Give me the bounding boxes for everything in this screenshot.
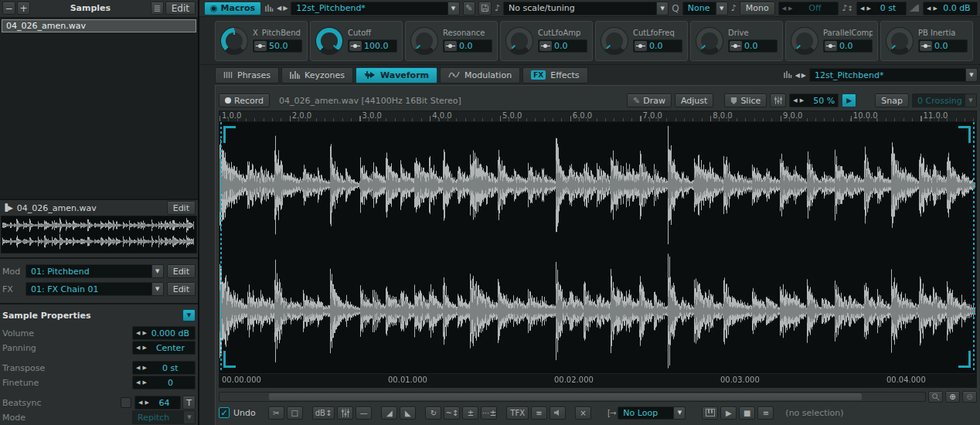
rename-preset-button[interactable]: ✎ [463,2,476,15]
arrow-left-icon[interactable]: ◀ [136,330,140,336]
macro-mapping-icon[interactable] [349,41,362,51]
macro-mapping-icon[interactable] [539,41,552,51]
snap-button[interactable]: Snap [875,94,909,107]
macro-mapping-icon[interactable] [254,41,267,51]
fx-chain-dropdown[interactable]: 01: FX Chain 01 ▼ [26,282,164,296]
scrollbar-thumb[interactable] [269,393,862,400]
track-fx-button[interactable]: TFX [506,406,529,420]
save-preset-button[interactable] [478,2,492,15]
waveform-scrollbar[interactable] [219,392,926,402]
arrow-left-icon[interactable]: ◀ [136,379,140,386]
finetune-spinbox[interactable]: ◀ ▶ 0 [132,376,196,389]
knob-dial[interactable] [696,27,723,55]
macro-mapping-icon[interactable] [920,41,932,51]
resample-button[interactable]: ⋯± [481,406,497,420]
mod-edit-button[interactable]: Edit [167,264,196,278]
loop-start-marker[interactable] [220,122,222,372]
instrument-volume-spinbox[interactable]: ◀ ▶ 0.0 dB [923,2,978,15]
selection-bracket-top-right[interactable] [958,126,971,143]
insert-silence-button[interactable]: ± [462,406,478,420]
chevron-down-icon[interactable]: ▼ [656,2,668,15]
tab-phrases[interactable]: Phrases [215,67,279,83]
knob-dial[interactable] [601,27,628,55]
loop-mode-dropdown[interactable]: No Loop ▼ [618,406,686,420]
arrow-left-icon[interactable]: ◀ [136,345,140,351]
knob-value-box[interactable]: 0.0 [443,39,492,53]
play-options-button[interactable]: ≡ [757,406,774,420]
knob-dial[interactable] [220,27,248,55]
macro-mapping-icon[interactable] [635,41,647,51]
play-sample-icon[interactable]: ▐▶ [2,204,13,212]
arrow-left-icon[interactable]: ◀ [927,5,931,12]
arrow-right-icon[interactable]: ▶ [142,379,146,386]
record-button[interactable]: Record [219,94,270,107]
mod-chain-dropdown[interactable]: 01: Pitchbend ▼ [26,264,164,278]
sample-list[interactable]: 04_026_amen.wav [0,17,198,199]
slice-sensitivity-spinbox[interactable]: ◀ ▶ 50 % [789,94,839,107]
chevron-down-icon[interactable]: ▼ [447,2,459,15]
draw-tool-button[interactable]: ✎ Draw [627,94,672,107]
chevron-down-icon[interactable]: ▼ [673,407,685,419]
arrow-right-icon[interactable]: ▶ [142,345,146,351]
reverse-button[interactable]: ↻ [425,406,441,420]
waveform-display[interactable]: 00.00.00000.01.00000.02.00000.03.00000.0… [219,121,977,388]
samples-edit-button[interactable]: Edit [165,2,196,15]
knob-value-box[interactable]: 0.0 [728,39,778,53]
macro-knob-drive[interactable]: Drive0.0 [690,21,783,61]
trim-button[interactable]: □ [287,406,303,420]
chevron-down-icon[interactable]: ▼ [965,69,977,81]
knob-dial[interactable] [886,27,914,55]
slice-tool-button[interactable]: Slice [724,94,767,107]
remove-sample-button[interactable]: − [2,2,15,15]
instrument-transpose-spinbox[interactable]: ◀ ▶ 0 st [856,2,907,15]
chevron-down-icon[interactable]: ▼ [151,265,163,277]
tab-modulation[interactable]: Modulation [440,67,520,83]
macro-knob-x_pitchbend[interactable]: X_PitchBend50.0 [215,21,308,61]
zoom-out-button[interactable]: ⊖ [962,391,977,403]
arrow-right-icon[interactable]: ▶ [933,5,937,12]
knob-value-box[interactable]: 0.0 [823,39,873,53]
arrow-right-icon[interactable]: ▶ [866,5,870,12]
gain-button[interactable]: dB↕ [312,406,335,420]
selection-bracket-bottom-left[interactable] [223,351,236,368]
tab-waveform[interactable]: Waveform [356,67,437,83]
adjust-tool-button[interactable]: Adjust [675,94,713,107]
add-sample-button[interactable]: + [17,2,30,15]
arrow-left-icon[interactable]: ◀ [136,365,140,371]
selection-bracket-bottom-right[interactable] [958,351,971,368]
knob-dial[interactable] [791,27,818,55]
slice-play-toggle-button[interactable]: ▶ [842,94,856,107]
loop-end-marker[interactable] [973,122,975,372]
arrow-right-icon[interactable]: ▶ [145,400,148,406]
beatsync-checkbox[interactable] [121,397,131,408]
cut-button[interactable]: ✂ [268,406,284,420]
volume-spinbox[interactable]: ◀ ▶ 0.000 dB [132,326,196,340]
knob-dial[interactable] [505,27,533,55]
interpolate-button[interactable]: ~↕ [444,406,460,420]
selection-bracket-top-left[interactable] [223,126,236,143]
transpose-spinbox[interactable]: ◀ ▶ 0 st [132,361,196,375]
zoom-in-button[interactable]: ⊕ [945,391,960,403]
undo-checkbox[interactable]: ✓ [219,407,230,418]
tab-effects[interactable]: FXEffects [522,67,587,83]
fx-edit-button[interactable]: Edit [167,282,196,296]
macro-mapping-icon[interactable] [444,41,457,51]
mix-button[interactable] [337,406,353,420]
macro-knob-cutoff[interactable]: Cutoff100.0 [310,21,403,61]
beatsync-tap-button[interactable]: T [182,396,196,410]
play-selection-button[interactable]: ▶ [720,406,737,420]
keyboard-button[interactable] [702,406,718,420]
mono-toggle-button[interactable]: Mono [740,2,775,15]
knob-dial[interactable] [410,27,438,55]
arrow-right-icon[interactable]: ▶ [800,97,804,104]
knob-value-box[interactable]: 0.0 [538,39,587,53]
zoom-selection-button[interactable] [928,391,943,403]
preset-dropdown[interactable]: 12st_Pitchbend* ▼ [291,2,459,15]
fade-in-button[interactable]: ◢ [381,406,397,420]
stop-button[interactable]: ■ [739,406,755,420]
scale-dropdown[interactable]: No scale/tuning ▼ [503,2,669,15]
beat-ruler[interactable]: 1.0.02.0.03.0.04.0.05.0.06.0.07.0.08.0.0… [219,110,977,121]
macro-knob-cutlfoamp[interactable]: CutLfoAmp0.0 [500,21,593,61]
sample-thumbnail[interactable] [1,216,197,253]
macro-mapping-icon[interactable] [825,41,837,51]
